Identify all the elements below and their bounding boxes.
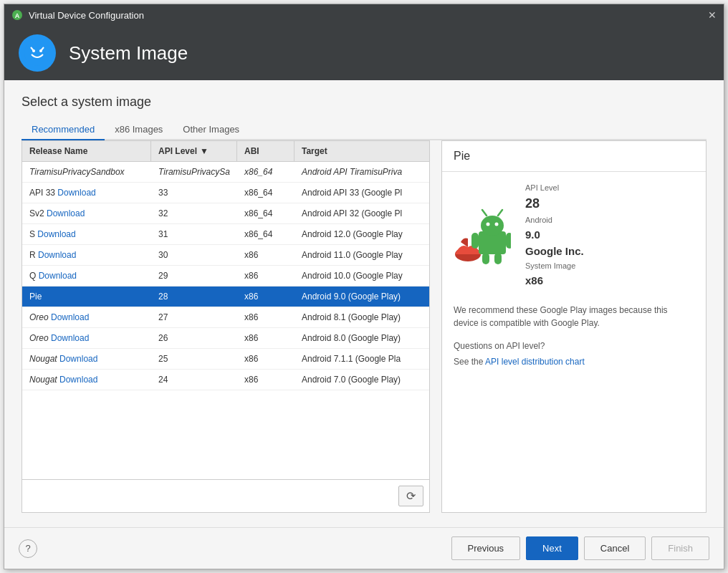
col-api-level[interactable]: API Level ▼	[151, 141, 237, 161]
cell-api: 27	[151, 307, 237, 327]
col-abi: ABI	[237, 141, 294, 161]
download-link[interactable]: Download	[59, 375, 97, 385]
cell-target: Android API 33 (Google Pl	[294, 183, 429, 203]
download-link[interactable]: Download	[57, 188, 95, 198]
system-image-table: Release Name API Level ▼ ABI Target Tira…	[21, 140, 430, 513]
cell-api: 28	[151, 286, 237, 307]
close-button[interactable]: ✕	[708, 9, 717, 21]
svg-text:A: A	[15, 12, 20, 19]
cell-api: 24	[151, 370, 237, 390]
table-row[interactable]: Oreo Download 26 x86 Android 8.0 (Google…	[22, 328, 429, 349]
cell-release: Sv2 Download	[22, 203, 151, 223]
refresh-button[interactable]: ⟳	[398, 486, 423, 506]
download-link[interactable]: Download	[39, 271, 77, 281]
cell-abi: x86	[237, 328, 294, 348]
cell-abi: x86_64	[237, 203, 294, 223]
cell-abi: x86_64	[237, 162, 294, 182]
table-row[interactable]: API 33 Download 33 x86_64 Android API 33…	[22, 183, 429, 203]
cell-target: Android 10.0 (Google Play	[294, 266, 429, 286]
main-area: Release Name API Level ▼ ABI Target Tira…	[21, 140, 707, 513]
table-row[interactable]: TiramisuPrivacySandbox TiramisuPrivacySa…	[22, 162, 429, 183]
cell-abi: x86_64	[237, 183, 294, 203]
table-row-pie[interactable]: Pie 28 x86 Android 9.0 (Google Play)	[22, 286, 429, 307]
svg-rect-16	[482, 253, 489, 264]
info-description: We recommend these Google Play images be…	[454, 304, 694, 329]
svg-rect-15	[506, 233, 511, 249]
cell-api: 32	[151, 203, 237, 223]
cell-api: 31	[151, 224, 237, 244]
cell-abi: x86	[237, 370, 294, 390]
finish-button[interactable]: Finish	[651, 536, 709, 560]
info-details: API Level 28 Android 9.0 Google Inc. Sys…	[525, 183, 584, 286]
api-level-value: 28	[525, 196, 584, 211]
table-row[interactable]: Nougat Download 24 x86 Android 7.0 (Goog…	[22, 370, 429, 390]
cell-api: TiramisuPrivacySa	[151, 162, 237, 182]
svg-point-10	[487, 223, 490, 226]
api-distribution-link[interactable]: API level distribution chart	[485, 357, 585, 367]
cell-target: Android 9.0 (Google Play)	[294, 286, 429, 307]
svg-rect-14	[471, 233, 479, 249]
cell-target: Android 8.0 (Google Play)	[294, 328, 429, 348]
cancel-button[interactable]: Cancel	[584, 536, 646, 560]
table-row[interactable]: Q Download 29 x86 Android 10.0 (Google P…	[22, 266, 429, 286]
tab-other-images[interactable]: Other Images	[173, 120, 249, 140]
table-header: Release Name API Level ▼ ABI Target	[22, 141, 429, 162]
cell-abi: x86	[237, 266, 294, 286]
download-link[interactable]: Download	[47, 208, 85, 218]
info-chart-link-line: See the API level distribution chart	[454, 357, 694, 367]
android-studio-icon: A	[11, 9, 23, 21]
window-title: Virtual Device Configuration	[29, 10, 708, 21]
tab-recommended[interactable]: Recommended	[21, 120, 105, 140]
download-link[interactable]: Download	[37, 229, 75, 239]
svg-point-9	[481, 216, 504, 236]
cell-release: Oreo Download	[22, 328, 151, 348]
download-link[interactable]: Download	[51, 312, 89, 322]
next-button[interactable]: Next	[526, 536, 578, 560]
cell-target: Android 8.1 (Google Play)	[294, 307, 429, 327]
cell-release: R Download	[22, 245, 151, 265]
download-link[interactable]: Download	[38, 250, 76, 260]
svg-line-12	[482, 210, 487, 216]
cell-abi: x86	[237, 307, 294, 327]
info-question-text: Questions on API level?	[454, 341, 694, 351]
cell-release: S Download	[22, 224, 151, 244]
info-panel: Pie	[441, 140, 707, 513]
android-robot-icon	[454, 203, 511, 267]
cell-target: Android 7.0 (Google Play)	[294, 370, 429, 390]
table-row[interactable]: Oreo Download 27 x86 Android 8.1 (Google…	[22, 307, 429, 328]
cell-target: Android 7.1.1 (Google Pla	[294, 349, 429, 369]
info-android-section: API Level 28 Android 9.0 Google Inc. Sys…	[454, 183, 694, 286]
cell-release: Nougat Download	[22, 349, 151, 369]
dialog-header: System Image	[4, 26, 724, 80]
col-release-name: Release Name	[22, 141, 151, 161]
system-image-value: x86	[525, 274, 584, 286]
svg-point-2	[24, 40, 50, 66]
cell-release: Oreo Download	[22, 307, 151, 327]
cell-abi: x86	[237, 286, 294, 307]
download-link[interactable]: Download	[51, 333, 89, 343]
tab-x86-images[interactable]: x86 Images	[105, 120, 173, 140]
cell-abi: x86	[237, 349, 294, 369]
cell-target: Android 11.0 (Google Play	[294, 245, 429, 265]
cell-api: 30	[151, 245, 237, 265]
table-body: TiramisuPrivacySandbox TiramisuPrivacySa…	[22, 162, 429, 479]
table-row[interactable]: Sv2 Download 32 x86_64 Android API 32 (G…	[22, 203, 429, 224]
svg-point-11	[495, 223, 499, 226]
download-link[interactable]: Download	[59, 354, 97, 364]
android-label: Android	[525, 216, 584, 224]
cell-abi: x86_64	[237, 224, 294, 244]
table-row[interactable]: Nougat Download 25 x86 Android 7.1.1 (Go…	[22, 349, 429, 370]
cell-api: 25	[151, 349, 237, 369]
previous-button[interactable]: Previous	[451, 536, 521, 560]
content-area: Select a system image Recommended x86 Im…	[4, 80, 724, 527]
help-button[interactable]: ?	[19, 539, 37, 558]
cell-target: Android API TiramisuPriva	[294, 162, 429, 182]
table-row[interactable]: S Download 31 x86_64 Android 12.0 (Googl…	[22, 224, 429, 245]
cell-release: Nougat Download	[22, 370, 151, 390]
header-logo	[19, 34, 56, 72]
info-panel-title: Pie	[442, 141, 706, 172]
android-version-value: 9.0	[525, 228, 584, 241]
cell-release: Pie	[22, 286, 151, 307]
api-level-label: API Level	[525, 183, 584, 192]
table-row[interactable]: R Download 30 x86 Android 11.0 (Google P…	[22, 245, 429, 266]
